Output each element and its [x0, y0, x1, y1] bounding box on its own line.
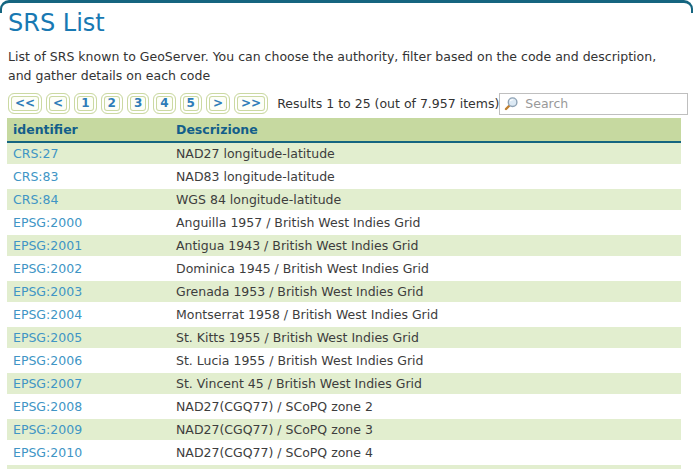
table-row: EPSG:2001 Antigua 1943 / British West In…	[7, 234, 681, 257]
column-header-identifier[interactable]: identifier	[7, 118, 170, 142]
results-text: Results 1 to 25 (out of 7.957 items)	[277, 96, 499, 111]
srs-code-link[interactable]: EPSG:2007	[13, 376, 82, 391]
column-header-description[interactable]: Descrizione	[170, 118, 681, 142]
srs-description-cell: St. Lucia 1955 / British West Indies Gri…	[170, 349, 681, 372]
search-input[interactable]	[523, 95, 683, 112]
srs-code-link[interactable]: EPSG:2010	[13, 445, 82, 460]
search-box[interactable]	[499, 93, 688, 115]
srs-code-link[interactable]: EPSG:2004	[13, 307, 82, 322]
srs-description-cell: NAD27(CGQ77) / SCoPQ zone 3	[170, 418, 681, 441]
table-row: EPSG:2000 Anguilla 1957 / British West I…	[7, 211, 681, 234]
table-row: EPSG:2003 Grenada 1953 / British West In…	[7, 280, 681, 303]
srs-code-link[interactable]: CRS:27	[13, 146, 58, 161]
pager-next-page-button[interactable]: >	[206, 93, 230, 114]
srs-table: identifier Descrizione CRS:27 NAD27 long…	[7, 118, 681, 465]
table-row: EPSG:2008 NAD27(CGQ77) / SCoPQ zone 2	[7, 395, 681, 418]
srs-description-cell: St. Kitts 1955 / British West Indies Gri…	[170, 326, 681, 349]
pager-last-page-button[interactable]: >>	[234, 93, 268, 114]
pager-prev-page-button[interactable]: <	[46, 93, 70, 114]
srs-code-link[interactable]: CRS:84	[13, 192, 58, 207]
content-panel: SRS List List of SRS known to GeoServer.…	[0, 0, 693, 469]
table-row: EPSG:2010 NAD27(CGQ77) / SCoPQ zone 4	[7, 441, 681, 464]
table-row: EPSG:2005 St. Kitts 1955 / British West …	[7, 326, 681, 349]
table-row: EPSG:2006 St. Lucia 1955 / British West …	[7, 349, 681, 372]
pager-page-3-button[interactable]: 3	[127, 93, 149, 114]
srs-code-link[interactable]: EPSG:2008	[13, 399, 82, 414]
pager: << < 1 2 3 4 5 > >>	[8, 93, 268, 114]
page-description: List of SRS known to GeoServer. You can …	[8, 47, 676, 85]
srs-description-cell: WGS 84 longitude-latitude	[170, 188, 681, 211]
table-row: EPSG:2004 Montserrat 1958 / British West…	[7, 303, 681, 326]
pager-page-5-button[interactable]: 5	[180, 93, 202, 114]
srs-description-cell: NAD83 longitude-latitude	[170, 165, 681, 188]
partial-next-row	[7, 465, 681, 469]
srs-code-link[interactable]: EPSG:2009	[13, 422, 82, 437]
srs-description-cell: NAD27(CGQ77) / SCoPQ zone 2	[170, 395, 681, 418]
pager-page-1-button[interactable]: 1	[74, 93, 96, 114]
table-row: CRS:27 NAD27 longitude-latitude	[7, 142, 681, 165]
pager-page-2-button[interactable]: 2	[101, 93, 123, 114]
srs-code-link[interactable]: EPSG:2002	[13, 261, 82, 276]
srs-code-link[interactable]: CRS:83	[13, 169, 58, 184]
srs-description-cell: Anguilla 1957 / British West Indies Grid	[170, 211, 681, 234]
pager-toolbar: << < 1 2 3 4 5 > >> Results 1 to 25 (out…	[8, 92, 681, 115]
pager-first-page-button[interactable]: <<	[8, 93, 42, 114]
srs-description-cell: NAD27 longitude-latitude	[170, 142, 681, 165]
magnifier-icon	[504, 96, 519, 111]
srs-code-link[interactable]: EPSG:2001	[13, 238, 82, 253]
srs-description-cell: NAD27(CGQ77) / SCoPQ zone 4	[170, 441, 681, 464]
table-row: EPSG:2009 NAD27(CGQ77) / SCoPQ zone 3	[7, 418, 681, 441]
srs-code-link[interactable]: EPSG:2006	[13, 353, 82, 368]
srs-description-cell: Dominica 1945 / British West Indies Grid	[170, 257, 681, 280]
table-row: EPSG:2002 Dominica 1945 / British West I…	[7, 257, 681, 280]
srs-description-cell: Montserrat 1958 / British West Indies Gr…	[170, 303, 681, 326]
page-title: SRS List	[7, 0, 681, 38]
srs-code-link[interactable]: EPSG:2005	[13, 330, 82, 345]
srs-code-link[interactable]: EPSG:2000	[13, 215, 82, 230]
srs-description-cell: St. Vincent 45 / British West Indies Gri…	[170, 372, 681, 395]
srs-description-cell: Antigua 1943 / British West Indies Grid	[170, 234, 681, 257]
srs-description-cell: Grenada 1953 / British West Indies Grid	[170, 280, 681, 303]
table-header-row: identifier Descrizione	[7, 118, 681, 142]
table-row: CRS:83 NAD83 longitude-latitude	[7, 165, 681, 188]
pager-page-4-button[interactable]: 4	[153, 93, 175, 114]
table-row: CRS:84 WGS 84 longitude-latitude	[7, 188, 681, 211]
srs-code-link[interactable]: EPSG:2003	[13, 284, 82, 299]
table-row: EPSG:2007 St. Vincent 45 / British West …	[7, 372, 681, 395]
